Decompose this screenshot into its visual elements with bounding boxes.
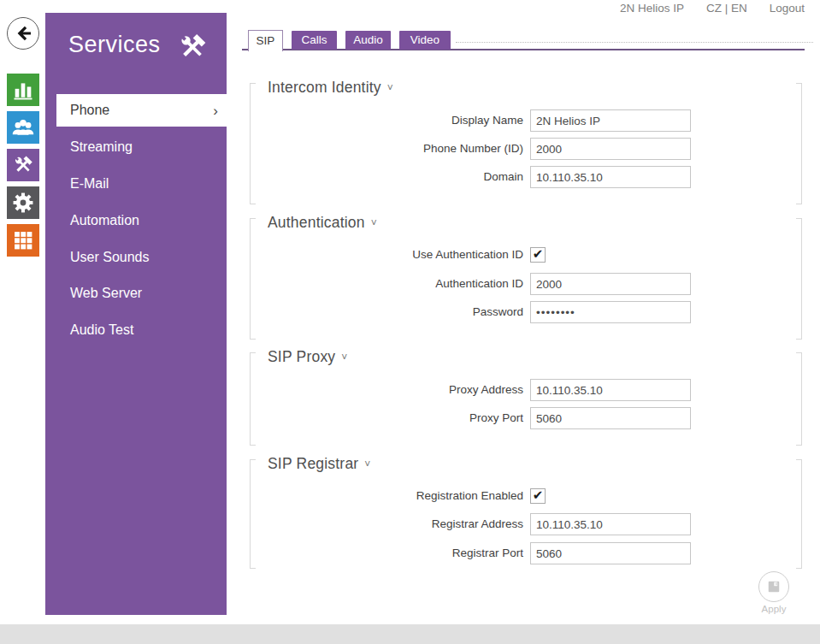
field-label-use-authentication-id: Use Authentication ID (268, 247, 523, 263)
menu-item-label: E-Mail (70, 176, 109, 191)
sidebar-item-hardware[interactable] (7, 224, 39, 257)
field-label-password: Password (268, 301, 523, 323)
tab-sip[interactable]: SIP (248, 30, 283, 51)
proxy-port-input[interactable] (530, 407, 691, 429)
sidebar-item-status[interactable] (7, 74, 39, 106)
menu-item-label: Audio Test (70, 322, 133, 337)
password-input[interactable] (530, 301, 691, 323)
menu-item-label: Streaming (70, 139, 133, 154)
chevron-down-icon[interactable]: ˅ (341, 352, 347, 363)
section-bracket-right (796, 218, 802, 340)
apply-button-label: Apply (750, 604, 798, 614)
field-label-proxy-port: Proxy Port (268, 407, 523, 429)
section-title-sip-registrar: SIP Registrar˅ (268, 455, 371, 473)
grid-icon (11, 228, 35, 252)
registrar-address-input[interactable] (530, 513, 691, 535)
sidebar-item-web-server[interactable]: Web Server (45, 275, 227, 311)
chevron-down-icon[interactable]: ˅ (387, 82, 393, 94)
field-label-display-name: Display Name (268, 109, 523, 132)
sidebar-item-directory[interactable] (7, 111, 39, 144)
hammer-wrench-icon (11, 153, 35, 177)
chevron-down-icon[interactable]: ˅ (371, 217, 377, 229)
section-bracket-right (796, 459, 802, 569)
menu-item-label: Automation (70, 213, 139, 227)
use-authentication-id-checkbox[interactable] (530, 247, 546, 263)
field-label-phone-number-id: Phone Number (ID) (268, 138, 523, 160)
section-bracket-right (796, 83, 802, 204)
field-label-registrar-address: Registrar Address (268, 513, 523, 535)
authentication-id-input[interactable] (530, 273, 691, 295)
top-header: 2N Helios IP CZ | EN Logout (620, 2, 805, 15)
sidebar-item-user-sounds[interactable]: User Sounds (45, 239, 227, 275)
logout-link[interactable]: Logout (770, 2, 805, 15)
proxy-address-input[interactable] (530, 379, 691, 401)
menu-item-label: User Sounds (70, 250, 150, 264)
section-bracket-left (250, 83, 256, 204)
services-sidebar: Services Phone › Streaming E-Mail Automa… (45, 13, 227, 615)
language-switcher[interactable]: CZ | EN (706, 2, 747, 15)
field-label-registrar-port: Registrar Port (268, 542, 523, 564)
section-bracket-left (250, 218, 256, 340)
gear-icon (11, 191, 35, 215)
field-label-domain: Domain (268, 166, 523, 188)
tab-strip-dotted-line (456, 42, 813, 43)
section-title-intercom-identity: Intercom Identity˅ (268, 79, 393, 97)
save-floppy-icon (765, 578, 782, 595)
back-button[interactable] (7, 17, 39, 50)
section-title-sip-proxy: SIP Proxy˅ (268, 348, 348, 366)
bar-chart-icon (11, 78, 35, 102)
domain-input[interactable] (530, 166, 691, 188)
users-group-icon (11, 115, 35, 139)
chevron-down-icon[interactable]: ˅ (364, 458, 370, 470)
sidebar-item-phone[interactable]: Phone › (56, 94, 230, 127)
section-title-authentication: Authentication˅ (268, 214, 377, 232)
phone-number-id-input[interactable] (530, 138, 691, 160)
apply-button[interactable] (758, 571, 789, 602)
field-label-proxy-address: Proxy Address (268, 379, 523, 401)
section-bracket-right (796, 352, 802, 446)
sidebar-item-automation[interactable]: Automation (45, 202, 227, 239)
device-name: 2N Helios IP (620, 2, 684, 15)
display-name-input[interactable] (530, 109, 691, 132)
menu-item-label: Web Server (70, 286, 142, 300)
sidebar-item-streaming[interactable]: Streaming (45, 128, 227, 165)
section-bracket-left (250, 459, 256, 569)
field-label-registration-enabled: Registration Enabled (268, 488, 523, 504)
section-bracket-left (250, 352, 256, 446)
sidebar-item-email[interactable]: E-Mail (45, 165, 227, 202)
sidebar-item-system[interactable] (7, 186, 39, 219)
tab-audio[interactable]: Audio (345, 31, 391, 50)
chevron-right-icon: › (213, 103, 218, 118)
registrar-port-input[interactable] (530, 542, 691, 564)
tab-calls[interactable]: Calls (292, 31, 337, 50)
registration-enabled-checkbox[interactable] (530, 488, 546, 504)
hammer-wrench-icon (175, 30, 209, 64)
sidebar-item-services[interactable] (7, 149, 39, 181)
sidebar-title: Services (68, 32, 161, 58)
sidebar-item-audio-test[interactable]: Audio Test (45, 311, 227, 348)
footer-bar (0, 624, 820, 644)
back-arrow-icon (13, 23, 33, 44)
tab-video[interactable]: Video (399, 31, 451, 50)
menu-item-label: Phone (70, 94, 109, 127)
field-label-authentication-id: Authentication ID (268, 273, 523, 295)
